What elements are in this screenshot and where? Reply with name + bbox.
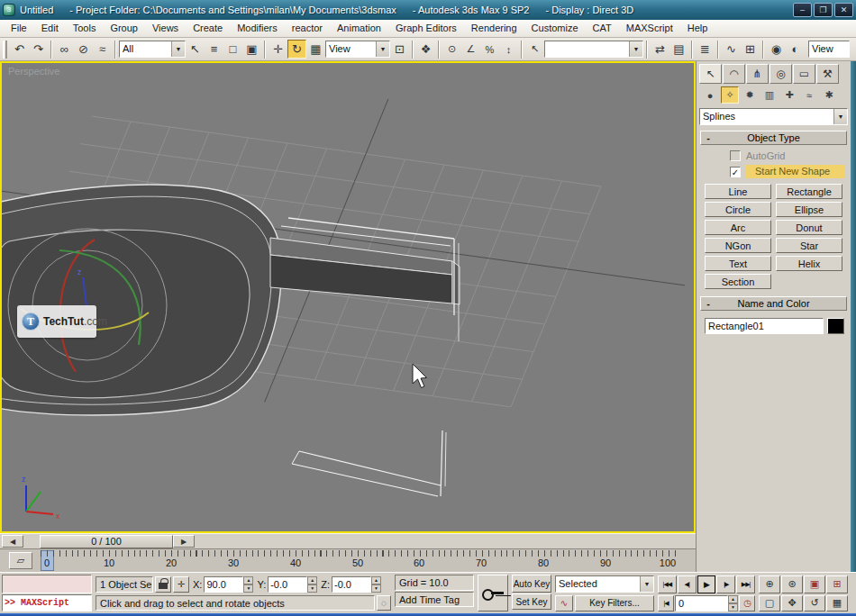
menu-graph-editors[interactable]: Graph Editors bbox=[388, 21, 464, 36]
rectangular-selection-region-button[interactable]: □ bbox=[223, 40, 242, 59]
select-and-scale-button[interactable]: ▦ bbox=[306, 40, 325, 59]
key-mode-toggle[interactable]: |◀ bbox=[658, 595, 674, 611]
pan-view-button[interactable]: ✥ bbox=[781, 595, 803, 611]
title-bar[interactable]: 3 Untitled - Project Folder: C:\Document… bbox=[0, 0, 856, 20]
frame-spinner[interactable]: ▲▼ bbox=[728, 595, 738, 611]
object-type-rollout-header[interactable]: - Object Type bbox=[700, 131, 847, 145]
rectangle-button[interactable]: Rectangle bbox=[776, 184, 842, 199]
rectangle-spline-object[interactable] bbox=[292, 430, 446, 496]
chevron-down-icon[interactable]: ▼ bbox=[629, 41, 642, 57]
spin-up-icon[interactable]: ▲ bbox=[307, 576, 317, 584]
donut-button[interactable]: Donut bbox=[776, 220, 842, 235]
ellipse-button[interactable]: Ellipse bbox=[776, 202, 842, 217]
tab-utilities[interactable]: ⚒ bbox=[816, 64, 839, 84]
start-new-shape-checkbox[interactable]: ✓ bbox=[730, 167, 741, 177]
menu-rendering[interactable]: Rendering bbox=[464, 21, 524, 36]
snap-toggle-3d-button[interactable]: ⊙ bbox=[442, 40, 461, 59]
menu-file[interactable]: File bbox=[4, 21, 34, 36]
macro-recorder-pane[interactable] bbox=[2, 575, 92, 593]
auto-key-button[interactable]: Auto Key bbox=[512, 575, 551, 593]
tab-hierarchy[interactable]: ⋔ bbox=[746, 64, 769, 84]
z-spinner[interactable]: ▲▼ bbox=[371, 576, 381, 593]
play-animation-button[interactable]: ▶ bbox=[697, 575, 716, 593]
menu-reactor[interactable]: reactor bbox=[285, 21, 330, 36]
object-name-input[interactable]: Rectangle01 bbox=[705, 318, 824, 334]
go-to-start-button[interactable]: |◀◀ bbox=[658, 575, 677, 593]
menu-modifiers[interactable]: Modifiers bbox=[230, 21, 285, 36]
menu-views[interactable]: Views bbox=[145, 21, 186, 36]
communicator-button[interactable]: ◌ bbox=[377, 595, 391, 611]
set-keys-button[interactable] bbox=[478, 575, 508, 611]
previous-frame-button[interactable]: ◀| bbox=[678, 575, 697, 593]
selection-lock-toggle[interactable] bbox=[155, 576, 171, 593]
min-max-toggle-button[interactable]: ▦ bbox=[826, 595, 848, 611]
render-setup-button[interactable]: ◐ bbox=[786, 40, 805, 59]
next-frame-button[interactable]: |▶ bbox=[716, 575, 735, 593]
percent-snap-button[interactable]: % bbox=[480, 40, 499, 59]
menu-customize[interactable]: Customize bbox=[524, 21, 586, 36]
circle-button[interactable]: Circle bbox=[705, 202, 771, 217]
named-selection-dropdown[interactable]: ▼ bbox=[544, 41, 643, 58]
object-color-swatch[interactable] bbox=[827, 318, 844, 334]
layer-manager-button[interactable]: ≣ bbox=[696, 40, 715, 59]
restore-button[interactable]: ❐ bbox=[814, 3, 833, 17]
schematic-view-button[interactable]: ⊞ bbox=[741, 40, 760, 59]
transform-typein-toggle[interactable]: ✛ bbox=[173, 576, 189, 593]
spin-down-icon[interactable]: ▼ bbox=[371, 584, 381, 593]
arc-rotate-button[interactable]: ↺ bbox=[804, 595, 825, 611]
tab-display[interactable]: ▭ bbox=[793, 64, 815, 84]
category-shapes[interactable]: ✧ bbox=[721, 86, 739, 104]
menu-help[interactable]: Help bbox=[680, 21, 715, 36]
x-coordinate-field[interactable]: 90.0 ▲▼ bbox=[204, 576, 253, 593]
undo-button[interactable]: ↶ bbox=[10, 40, 29, 59]
add-time-tag[interactable]: Add Time Tag bbox=[395, 592, 474, 607]
z-value[interactable]: -0.0 bbox=[332, 576, 371, 593]
menu-animation[interactable]: Animation bbox=[330, 21, 388, 36]
zoom-region-button[interactable]: ▢ bbox=[759, 595, 780, 611]
start-new-shape-button[interactable]: Start New Shape bbox=[746, 165, 844, 178]
zoom-all-button[interactable]: ⊛ bbox=[781, 575, 803, 593]
time-slider-prev-button[interactable]: ◀ bbox=[2, 535, 23, 548]
arc-button[interactable]: Arc bbox=[705, 220, 771, 235]
star-button[interactable]: Star bbox=[776, 238, 842, 253]
chevron-down-icon[interactable]: ▼ bbox=[171, 41, 185, 57]
helix-button[interactable]: Helix bbox=[776, 256, 842, 271]
unlink-selection-button[interactable]: ⊘ bbox=[74, 40, 93, 59]
frame-value[interactable]: 0 bbox=[675, 595, 728, 611]
window-crossing-button[interactable]: ▣ bbox=[242, 40, 261, 59]
chevron-down-icon[interactable]: ▼ bbox=[833, 109, 847, 124]
maxscript-listener-pane[interactable]: >> MAXScript bbox=[2, 594, 92, 611]
select-by-name-button[interactable]: ≡ bbox=[205, 40, 223, 59]
tab-create[interactable]: ↖ bbox=[699, 64, 722, 84]
key-scope-dropdown[interactable]: Selected ▼ bbox=[555, 575, 654, 593]
edit-named-selections-button[interactable]: ↖ bbox=[525, 40, 544, 59]
category-helpers[interactable]: ✚ bbox=[780, 86, 798, 104]
chevron-down-icon[interactable]: ▼ bbox=[376, 41, 389, 57]
align-button[interactable]: ▤ bbox=[669, 40, 688, 59]
set-key-button[interactable]: Set Key bbox=[512, 593, 551, 610]
select-and-manipulate-button[interactable]: ❖ bbox=[416, 40, 435, 59]
angle-snap-button[interactable]: ∠ bbox=[461, 40, 480, 59]
mirror-button[interactable]: ⇄ bbox=[651, 40, 669, 59]
select-and-move-button[interactable]: ✛ bbox=[269, 40, 287, 59]
use-pivot-center-button[interactable]: ⊡ bbox=[390, 40, 409, 59]
close-button[interactable]: ✕ bbox=[834, 3, 853, 17]
ngon-button[interactable]: NGon bbox=[705, 238, 771, 253]
select-object-button[interactable]: ↖ bbox=[186, 40, 205, 59]
tab-motion[interactable]: ◎ bbox=[769, 64, 792, 84]
curve-editor-button[interactable]: ∿ bbox=[722, 40, 741, 59]
viewport-label[interactable]: Perspective bbox=[8, 66, 59, 77]
menu-group[interactable]: Group bbox=[103, 21, 145, 36]
minimize-button[interactable]: – bbox=[793, 3, 812, 17]
tab-modify[interactable]: ◠ bbox=[723, 64, 745, 84]
spin-up-icon[interactable]: ▲ bbox=[243, 576, 253, 584]
go-to-end-button[interactable]: ▶▶| bbox=[736, 575, 755, 593]
category-systems[interactable]: ✱ bbox=[820, 86, 838, 104]
material-editor-button[interactable]: ◉ bbox=[767, 40, 786, 59]
section-button[interactable]: Section bbox=[705, 274, 771, 289]
text-button[interactable]: Text bbox=[705, 256, 771, 271]
menu-edit[interactable]: Edit bbox=[34, 21, 66, 36]
time-slider-next-button[interactable]: ▶ bbox=[173, 535, 195, 548]
track-bar[interactable]: ▱ 0 10 20 30 40 50 60 70 80 90 100 bbox=[0, 548, 696, 572]
x-value[interactable]: 90.0 bbox=[204, 576, 243, 593]
